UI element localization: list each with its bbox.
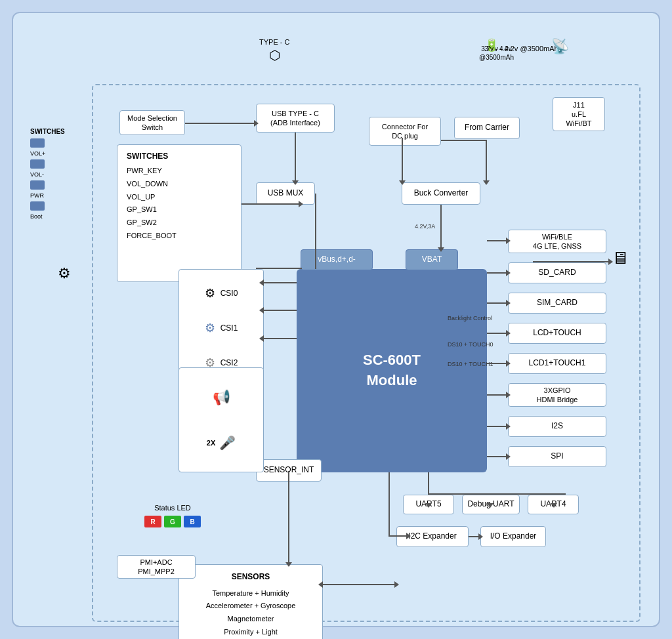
- sim-card-box: SIM_CARD: [508, 293, 606, 314]
- arrow-mux-h: [256, 268, 302, 269]
- arrow-uart-v: [428, 472, 429, 495]
- mode-switch-box: Mode Selection Switch: [119, 110, 185, 135]
- voltage-label: 4.2V,3A: [415, 223, 435, 230]
- battery-label-outer: 3.7v - 4.2v @3500mAh: [479, 45, 514, 62]
- arrow-carrier-buck: [486, 140, 487, 182]
- io-expander-box: I/O Expander: [480, 526, 546, 547]
- csi1-label: CSI1: [220, 323, 238, 333]
- arrow-buck-down: [440, 205, 442, 249]
- arrowhead-sensors-i2c-left: [318, 581, 323, 588]
- arrow-csi2-h: [264, 338, 297, 339]
- hdmi-bridge-box: 3XGPIO HDMI Bridge: [508, 383, 606, 407]
- arrow-sensor-int-down: [288, 471, 289, 564]
- arrowhead-conn-buck: [399, 180, 406, 185]
- lcd1-touch1-label: LCD1+TOUCH1: [529, 358, 586, 369]
- vol-up-item: VOL_UP: [127, 191, 232, 204]
- from-carrier-label: From Carrier: [465, 123, 509, 133]
- arrowhead-monitor: [608, 258, 613, 265]
- outer-container: TYPE - C ⬡ 3.7v - 4.2v @3500mAh 🔋 📡 USB …: [12, 12, 660, 627]
- arrow-r8: [487, 456, 508, 457]
- ds10-touch1-label: DS10 + TOUCH1: [448, 361, 493, 367]
- led-red: R: [144, 516, 161, 527]
- arrowhead-debug-uart: [487, 503, 494, 508]
- arrowhead-uart5: [425, 503, 432, 508]
- csi1-icon: ⚙: [205, 321, 215, 335]
- vol-down-item: VOL_DOWN: [127, 178, 232, 191]
- csi0-icon: ⚙: [205, 286, 215, 300]
- mode-switch-label: Mode Selection Switch: [127, 113, 177, 133]
- vbat-label: VBAT: [422, 255, 442, 265]
- arrow-uart-h: [428, 493, 566, 495]
- pwr-label: PWR: [30, 192, 44, 199]
- arrow-mux-down: [315, 194, 316, 269]
- arrowhead-r1: [506, 237, 511, 244]
- from-carrier-box: From Carrier: [454, 117, 520, 139]
- pwr-key-item: PWR_KEY: [127, 165, 232, 178]
- type-c-text: TYPE - C: [259, 38, 289, 46]
- arrow-carrier-h: [441, 140, 486, 141]
- module-label: SC-600T Module: [363, 350, 421, 391]
- arrowhead-csi1: [259, 307, 264, 314]
- switches-outer-btns: VOL+ VOL- PWR Boot: [30, 138, 65, 220]
- antenna-icon: 📡: [551, 38, 569, 55]
- j11-box: J11 u.FL WiFi/BT: [553, 97, 605, 131]
- vbus-box: vBus,d+,d-: [301, 249, 373, 270]
- usb-type-c-box: USB TYPE - C (ADB Interface): [256, 104, 335, 133]
- gp-sw1-item: GP_SW1: [127, 203, 232, 216]
- arrow-r1: [487, 240, 508, 241]
- sim-card-label: SIM_CARD: [537, 298, 578, 308]
- btn-pwr: [30, 180, 45, 190]
- connector-dc-label: Connector For DC plug: [382, 122, 428, 141]
- sensors-title: SENSORS: [187, 570, 314, 585]
- usb-mux-label: USB MUX: [268, 188, 304, 199]
- arrow-r7: [487, 426, 508, 427]
- buck-converter-box: Buck Converter: [402, 182, 480, 205]
- vol-plus-label: VOL+: [30, 150, 45, 157]
- type-c-label: TYPE - C ⬡: [259, 38, 289, 63]
- arrowhead-sensors-i2c: [394, 581, 399, 588]
- switches-list: PWR_KEY VOL_DOWN VOL_UP GP_SW1 GP_SW2 FO…: [127, 165, 232, 243]
- csi2-label: CSI2: [220, 358, 238, 367]
- wifi-ble-box: WiFi/BLE 4G LTE, GNSS: [508, 230, 606, 253]
- speaker-icon: 📢: [213, 389, 230, 406]
- boot-label: Boot: [30, 213, 43, 220]
- led-row: R G B: [117, 516, 228, 527]
- arrow-usb-down: [295, 133, 296, 182]
- csi0-row: ⚙ CSI0: [205, 286, 238, 300]
- camera-main-icon: ⚙: [58, 265, 71, 282]
- main-dashed-box: USB TYPE - C (ADB Interface) Mode Select…: [92, 84, 640, 622]
- mic-icon: 🎤: [219, 435, 236, 451]
- vol-minus-label: VOL-: [30, 171, 44, 178]
- arrow-csi1-h: [264, 310, 297, 311]
- usb-type-c-label: USB TYPE - C (ADB Interface): [270, 109, 320, 128]
- btn-boot: [30, 201, 45, 211]
- monitor-icon: 🖥: [612, 248, 629, 268]
- status-led-label: Status LED: [117, 504, 228, 512]
- force-boot-item: FORCE_BOOT: [127, 230, 232, 243]
- arrow-i2c-v: [388, 472, 390, 535]
- arrow-r5: [487, 363, 508, 364]
- sensors-box: SENSORS Temperature + Humidity Accelerom…: [178, 564, 323, 639]
- arrow-r3: [487, 302, 508, 304]
- usb-icon: ⬡: [259, 47, 289, 63]
- csi0-label: CSI0: [220, 289, 238, 298]
- sensor-mag: Magnetometer: [187, 613, 314, 626]
- sd-card-label: SD_CARD: [538, 268, 576, 278]
- switches-inner-title: SWITCHES: [127, 152, 232, 161]
- j11-label: J11 u.FL WiFi/BT: [566, 100, 591, 129]
- status-led-area: Status LED R G B: [117, 504, 228, 527]
- arrowhead-carrier-buck: [483, 180, 490, 185]
- pmi-adc-label: PMI+ADC PMI_MPP2: [138, 558, 175, 577]
- arrow-csi0-h: [264, 282, 297, 283]
- arrowhead-r3: [506, 300, 511, 306]
- arrowhead-r7: [506, 423, 511, 430]
- i2s-label: I2S: [551, 421, 563, 432]
- arrowhead-i2c: [406, 533, 411, 539]
- arrow-switches-h: [242, 203, 301, 205]
- arrow-monitor-h: [533, 261, 610, 262]
- arrowhead-r8: [506, 453, 511, 460]
- lcd-touch-box: LCD+TOUCH: [508, 323, 606, 344]
- spi-label: SPI: [551, 451, 563, 462]
- ds10-touch0-label: DS10 + TOUCH0: [448, 341, 493, 348]
- connector-dc-box: Connector For DC plug: [369, 117, 441, 146]
